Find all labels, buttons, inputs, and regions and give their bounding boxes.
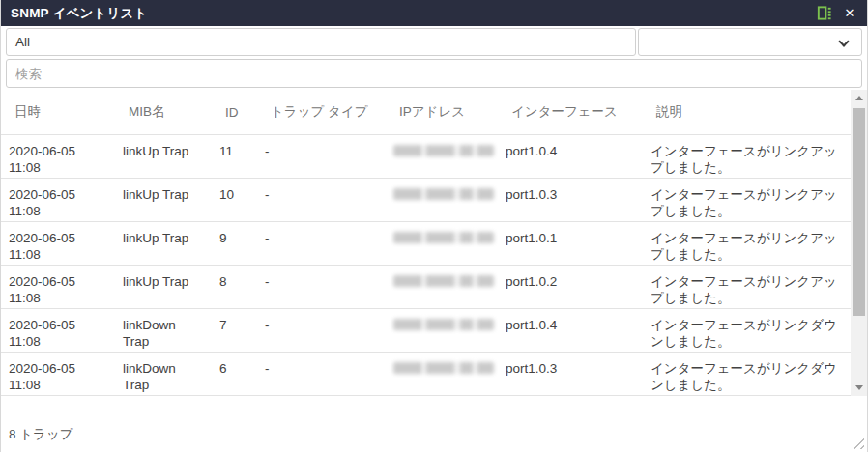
cell-interface: port1.0.1 <box>498 222 643 246</box>
chevron-down-icon <box>838 36 849 46</box>
event-table: 日時 MIB名 ID トラップ タイプ IPアドレス インターフェース 説明 2… <box>1 90 867 396</box>
cell-description: インターフェースがリンクダウンしました。 <box>643 353 851 393</box>
cell-datetime: 2020-06-05 11:08 <box>1 266 115 306</box>
table-row: 2020-06-05 11:08 linkUp Trap 8 - port1.0… <box>1 266 851 309</box>
dock-panel-icon <box>816 5 832 21</box>
col-header-ip: IPアドレス <box>386 103 498 121</box>
cell-mib-name: linkUp Trap <box>115 135 212 159</box>
blurred-ip-value <box>393 188 494 200</box>
scroll-up-button[interactable] <box>851 90 867 106</box>
blurred-ip-value <box>393 362 494 374</box>
cell-description: インターフェースがリンクダウンしました。 <box>643 309 851 350</box>
scroll-down-button[interactable] <box>851 380 867 396</box>
snmp-event-list-widget: SNMP イベントリスト ✕ All <box>0 0 868 452</box>
cell-interface: port1.0.2 <box>498 266 643 290</box>
cell-id: 6 <box>212 353 257 377</box>
cell-datetime: 2020-06-05 11:08 <box>1 179 115 219</box>
cell-trap-type: - <box>257 135 386 159</box>
cell-trap-type: - <box>257 179 386 203</box>
col-header-datetime: 日時 <box>1 103 115 121</box>
widget-titlebar: SNMP イベントリスト ✕ <box>1 0 867 26</box>
blurred-ip-value <box>393 319 494 330</box>
cell-datetime: 2020-06-05 11:08 <box>1 222 115 263</box>
cell-description: インターフェースがリンクアップしました。 <box>643 222 851 263</box>
cell-description: インターフェースがリンクアップしました。 <box>643 266 851 306</box>
scroll-down-icon <box>855 385 863 390</box>
table-row: 2020-06-05 11:08 linkDown Trap 6 - port1… <box>1 353 851 396</box>
cell-mib-name: linkUp Trap <box>115 179 212 203</box>
cell-trap-type: - <box>257 353 386 377</box>
col-header-interface: インターフェース <box>498 103 643 121</box>
cell-id: 10 <box>212 179 257 203</box>
cell-mib-name: linkDown Trap <box>115 309 212 350</box>
table-row: 2020-06-05 11:08 linkUp Trap 11 - port1.… <box>1 135 851 179</box>
table-header-row: 日時 MIB名 ID トラップ タイプ IPアドレス インターフェース 説明 <box>1 90 851 135</box>
cell-mib-name: linkDown Trap <box>115 353 212 393</box>
cell-interface: port1.0.3 <box>498 179 643 203</box>
cell-id: 9 <box>212 222 257 246</box>
trap-count-summary: 8 トラップ <box>9 426 73 443</box>
table-row: 2020-06-05 11:08 linkDown Trap 7 - port1… <box>1 309 851 353</box>
cell-datetime: 2020-06-05 11:08 <box>1 135 115 176</box>
search-row <box>6 59 862 88</box>
table-row: 2020-06-05 11:08 linkUp Trap 9 - port1.0… <box>1 222 851 266</box>
close-icon[interactable]: ✕ <box>842 6 857 21</box>
table-body: 2020-06-05 11:08 linkUp Trap 11 - port1.… <box>1 135 851 396</box>
cell-description: インターフェースがリンクアップしました。 <box>643 135 851 176</box>
cell-trap-type: - <box>257 309 386 333</box>
filter-row: All <box>6 28 862 56</box>
dock-panel-button[interactable] <box>816 5 832 21</box>
col-header-description: 説明 <box>643 103 851 121</box>
widget-title: SNMP イベントリスト <box>11 5 816 22</box>
cell-id: 8 <box>212 266 257 290</box>
col-header-trap-type: トラップ タイプ <box>257 103 386 121</box>
cell-ip-address <box>386 222 498 247</box>
cell-ip-address <box>386 309 498 334</box>
cell-interface: port1.0.3 <box>498 353 643 377</box>
search-input[interactable] <box>6 59 862 88</box>
resize-grip[interactable] <box>852 437 864 449</box>
scroll-up-icon <box>855 96 863 100</box>
secondary-filter-select[interactable] <box>638 28 862 56</box>
cell-ip-address <box>386 266 498 291</box>
cell-mib-name: linkUp Trap <box>115 222 212 246</box>
device-filter-value: All <box>7 35 30 49</box>
col-header-id: ID <box>212 105 257 120</box>
cell-ip-address <box>386 135 498 160</box>
cell-ip-address <box>386 353 498 378</box>
vertical-scrollbar[interactable] <box>851 90 867 396</box>
col-header-mib: MIB名 <box>115 103 212 121</box>
blurred-ip-value <box>393 145 494 156</box>
cell-trap-type: - <box>257 266 386 290</box>
cell-ip-address <box>386 179 498 204</box>
device-filter-select[interactable]: All <box>6 28 636 56</box>
cell-id: 7 <box>212 309 257 333</box>
widget-footer: 8 トラップ <box>1 396 867 452</box>
cell-datetime: 2020-06-05 11:08 <box>1 353 115 393</box>
blurred-ip-value <box>393 275 494 287</box>
blurred-ip-value <box>393 232 494 243</box>
cell-interface: port1.0.4 <box>498 135 643 159</box>
cell-interface: port1.0.4 <box>498 309 643 333</box>
cell-id: 11 <box>212 135 257 159</box>
cell-description: インターフェースがリンクアップしました。 <box>643 179 851 219</box>
cell-datetime: 2020-06-05 11:08 <box>1 309 115 350</box>
scrollbar-thumb[interactable] <box>853 108 865 316</box>
cell-mib-name: linkUp Trap <box>115 266 212 290</box>
cell-trap-type: - <box>257 222 386 246</box>
table-row: 2020-06-05 11:08 linkUp Trap 10 - port1.… <box>1 179 851 222</box>
